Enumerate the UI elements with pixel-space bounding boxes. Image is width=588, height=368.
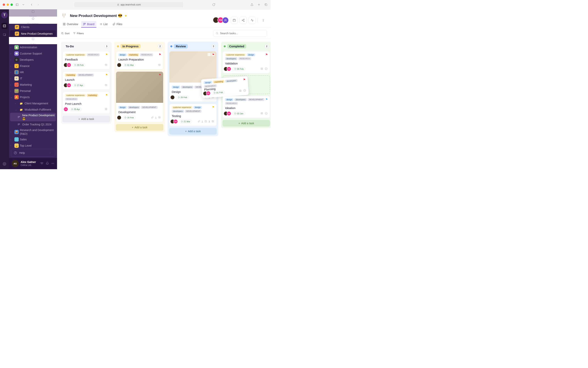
dragging-card[interactable]: ⚑ designmarketingdevelopersRESEARCH Plan…: [201, 76, 249, 98]
sidebar-hub-item[interactable]: › 🏷 Sales: [9, 136, 57, 143]
check-circle-icon[interactable]: [265, 112, 267, 115]
due-date[interactable]: 17 Apr: [73, 83, 85, 87]
add-task-button[interactable]: +Add a task: [63, 116, 110, 122]
tabs-icon[interactable]: [264, 3, 268, 7]
tab-overview[interactable]: Overview: [61, 21, 80, 28]
due-date[interactable]: 03 Jan: [232, 112, 245, 115]
flag-icon[interactable]: ⚑: [105, 73, 108, 76]
list-icon[interactable]: [105, 84, 108, 87]
more-options-button[interactable]: [260, 17, 267, 24]
search-box[interactable]: [213, 30, 267, 37]
sidebar-hub-item[interactable]: › 💬 Customer Support: [9, 50, 57, 57]
calendar-button[interactable]: [231, 17, 238, 24]
due-date[interactable]: 21 Mar: [179, 120, 192, 123]
bell-icon[interactable]: [46, 162, 49, 166]
attach-icon[interactable]: [198, 120, 200, 123]
assignees[interactable]: FA: [225, 67, 231, 71]
check-circle-icon[interactable]: [265, 67, 267, 71]
chevron-down-icon[interactable]: [21, 3, 25, 7]
flag-icon[interactable]: ⚑: [265, 98, 268, 101]
more-icon[interactable]: [51, 162, 54, 166]
task-card[interactable]: ⚑designdevelopersDEVELOPMENTRESEARCHIdea…: [222, 96, 270, 118]
add-task-button[interactable]: +Add a task: [169, 128, 217, 135]
sidebar-home[interactable]: Home: [9, 9, 57, 17]
sidebar-hub-item[interactable]: › 🌱 Personal: [9, 88, 57, 94]
flag-icon[interactable]: ⚑: [105, 93, 108, 97]
assignees[interactable]: FA: [172, 119, 178, 124]
task-card[interactable]: ⚑customer experiencedesigndevelopersRESE…: [222, 51, 270, 74]
sidebar-hub-item[interactable]: › 📦 Research and Development (R&D): [9, 128, 57, 136]
search-input[interactable]: [220, 32, 264, 35]
tab-files[interactable]: Files: [111, 21, 124, 28]
sidebar-toggle-icon[interactable]: [15, 3, 19, 7]
assignees[interactable]: FA: [225, 111, 231, 116]
share-button[interactable]: [240, 17, 247, 24]
settings-icon[interactable]: [1, 161, 7, 167]
due-date[interactable]: 16 Feb: [123, 116, 136, 119]
reload-icon[interactable]: [212, 3, 216, 7]
task-card[interactable]: ⚑customer experiencedesigndevelopersDEVE…: [169, 104, 217, 126]
forward-button[interactable]: [36, 3, 40, 7]
add-member-button[interactable]: [222, 17, 229, 24]
due-date[interactable]: 28 Feb: [176, 96, 189, 99]
sidebar-hub-item[interactable]: › ⚙ Developers: [9, 57, 57, 63]
task-card[interactable]: ⚑designmarketingRESEARCHLaunch Preparati…: [116, 51, 163, 70]
column-header[interactable]: Completed 2: [222, 43, 270, 49]
assignees[interactable]: [172, 95, 175, 100]
sort-button[interactable]: Sort: [61, 32, 70, 35]
drop-zone[interactable]: ⚑ designmarketingdevelopersRESEARCH Plan…: [222, 75, 270, 94]
due-date[interactable]: 25 Apr: [69, 108, 82, 111]
help-button[interactable]: Help ›: [11, 149, 55, 157]
column-header[interactable]: In Progress 2: [116, 43, 163, 49]
activity-button[interactable]: [249, 17, 256, 24]
tab-board[interactable]: Board: [81, 21, 96, 28]
sidebar-folder-item[interactable]: ⌄ 📁 WuduWash Fulfilment: [9, 107, 57, 113]
list-icon[interactable]: [105, 108, 108, 111]
flag-icon[interactable]: ⚑: [212, 53, 215, 56]
sidebar-board-item[interactable]: Order Tracking Q1 2024: [9, 121, 57, 128]
assignees[interactable]: [118, 115, 121, 120]
sidebar-hub-item[interactable]: › 📋 Administration: [9, 44, 57, 50]
add-task-button[interactable]: +Add a task: [116, 124, 163, 131]
assignees[interactable]: FA: [204, 91, 211, 96]
tab-list[interactable]: List: [98, 21, 110, 28]
sidebar-favorites[interactable]: Favorites: [9, 17, 57, 24]
sidebar-hub-item[interactable]: › 💰 Finance: [9, 63, 57, 69]
sidebar-folder-item[interactable]: › 📁 Client Management: [9, 100, 57, 107]
sidebar-fav-clients[interactable]: Clients: [9, 24, 57, 30]
flag-icon[interactable]: ⚑: [265, 53, 268, 56]
close-window[interactable]: [3, 3, 5, 6]
list-icon[interactable]: [158, 64, 161, 67]
workspace-icon[interactable]: [1, 23, 7, 29]
list-icon[interactable]: [260, 67, 263, 71]
list-icon[interactable]: [260, 112, 263, 115]
task-card[interactable]: ⚑customer experienceRESEARCHFeedbackFA 2…: [63, 51, 110, 70]
sidebar-hubs-header[interactable]: Hubs +New Hub: [9, 37, 57, 44]
people-icon[interactable]: [1, 32, 7, 37]
task-card[interactable]: ⚑customer experiencemarketingRESEARCHPos…: [63, 92, 110, 114]
maximize-window[interactable]: [10, 3, 13, 6]
task-card[interactable]: ⚑designdevelopersDEVELOPMENTDevelopment …: [116, 72, 163, 122]
due-date[interactable]: 01 Mar: [123, 63, 136, 67]
filters-button[interactable]: Filters: [73, 32, 84, 35]
sidebar-board-item[interactable]: New Product Development 😎: [10, 113, 56, 121]
assignees[interactable]: [118, 63, 121, 67]
sidebar-fav-product[interactable]: New Product Developmen: [10, 30, 56, 37]
flag-icon[interactable]: ⚑: [212, 106, 215, 109]
member-avatars[interactable]: FA: [214, 17, 229, 24]
minimize-window[interactable]: [7, 3, 9, 6]
sidebar-hub-item[interactable]: › ☕ IT: [9, 75, 57, 82]
due-date[interactable]: 28 Feb: [73, 63, 85, 67]
wifi-icon[interactable]: [40, 162, 43, 166]
task-card[interactable]: ⚑marketingDEVELOPMENTLaunchFA 17 Apr: [63, 72, 110, 90]
list-icon[interactable]: [211, 120, 214, 123]
column-header[interactable]: To-Do 3: [63, 43, 110, 49]
app-logo[interactable]: T: [1, 12, 8, 18]
flag-icon[interactable]: ⚑: [159, 73, 161, 76]
list-icon[interactable]: [158, 116, 161, 119]
list-icon[interactable]: [105, 64, 108, 67]
sidebar-hub-item[interactable]: › 👤 HR: [9, 69, 57, 75]
flag-icon[interactable]: ⚑: [159, 53, 161, 56]
check-icon[interactable]: [205, 120, 207, 123]
back-button[interactable]: [30, 3, 34, 7]
